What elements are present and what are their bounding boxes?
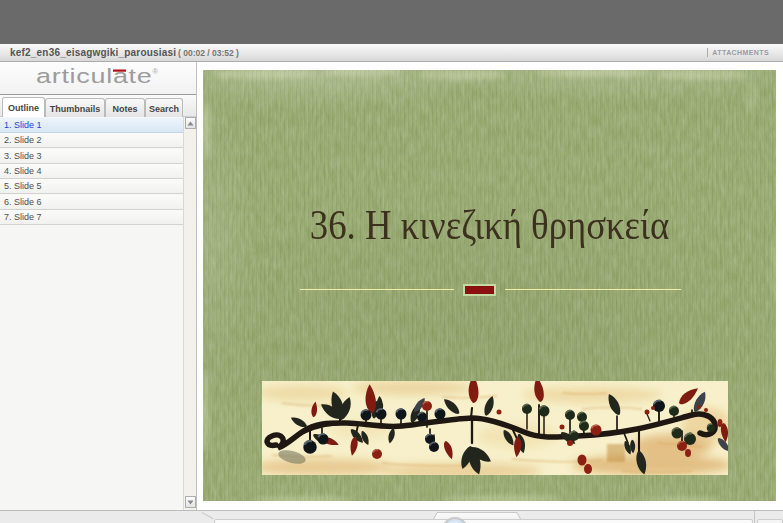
svg-text:®: ®: [153, 67, 159, 76]
svg-text:articulate: articulate: [36, 66, 153, 87]
